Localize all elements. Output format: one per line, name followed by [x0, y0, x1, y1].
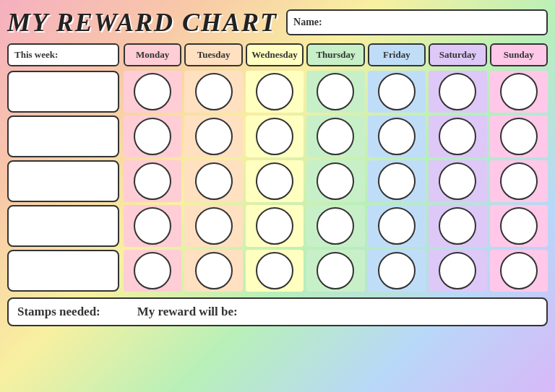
task-box-2[interactable]	[7, 116, 119, 157]
circle	[378, 252, 416, 289]
circle	[439, 118, 476, 155]
day-tuesday: Tuesday	[184, 43, 242, 66]
circle	[134, 118, 171, 155]
circle-cell	[429, 205, 486, 247]
circle-cell	[246, 116, 304, 157]
circles-row-5	[124, 250, 548, 292]
circle-cell	[184, 205, 242, 247]
circle	[378, 118, 416, 155]
circle	[500, 162, 538, 200]
circle	[195, 73, 233, 110]
circle-cell	[429, 160, 486, 202]
circle-cell	[490, 71, 548, 113]
circle-cell	[490, 160, 548, 202]
circle-cell	[124, 160, 181, 202]
day-saturday: Saturday	[429, 43, 486, 66]
circle	[500, 118, 538, 155]
circle-cell	[246, 250, 304, 292]
circle-cell	[306, 250, 364, 292]
circle-cell	[184, 71, 242, 113]
circle	[134, 252, 171, 289]
task-box-1[interactable]	[7, 71, 119, 113]
circle-cell	[490, 250, 548, 292]
bottom-box[interactable]: Stamps needed: My reward will be:	[7, 297, 548, 326]
circle	[134, 73, 171, 110]
circle	[378, 207, 416, 245]
circle-cell	[429, 71, 486, 113]
circle-cell	[490, 116, 548, 157]
circle	[256, 207, 293, 245]
day-thursday: Thursday	[306, 43, 364, 66]
circle-cell	[368, 160, 426, 202]
circles-row-3	[124, 160, 548, 202]
name-label: Name:	[293, 17, 322, 28]
circle-cell	[124, 116, 181, 157]
circle-cell	[306, 205, 364, 247]
circle	[134, 207, 171, 245]
circle	[195, 162, 233, 200]
circle	[439, 162, 476, 200]
grid-row-5	[7, 250, 548, 292]
circle-cell	[429, 250, 486, 292]
circle-cell	[368, 250, 426, 292]
grid-row-4	[7, 205, 548, 247]
circle	[500, 252, 538, 289]
circle	[439, 207, 476, 245]
day-monday: Monday	[124, 43, 181, 66]
circle-cell	[184, 160, 242, 202]
chart-title: MY REWARD CHART	[7, 7, 278, 38]
circle-cell	[184, 250, 242, 292]
circle	[256, 118, 293, 155]
circle	[195, 118, 233, 155]
circle	[439, 252, 476, 289]
circle-cell	[246, 160, 304, 202]
circle-cell	[246, 71, 304, 113]
grid-row-3	[7, 160, 548, 202]
task-box-3[interactable]	[7, 160, 119, 202]
grid-row-2	[7, 116, 548, 157]
circle-cell	[184, 116, 242, 157]
circle	[317, 252, 354, 289]
reward-label: My reward will be:	[137, 305, 238, 319]
header-row: This week: Monday Tuesday Wednesday Thur…	[7, 43, 548, 66]
circle	[317, 207, 354, 245]
circle	[500, 73, 538, 110]
this-week-box[interactable]: This week:	[7, 43, 119, 66]
chart-container: MY REWARD CHART Name: This week: Monday …	[0, 0, 555, 392]
task-box-5[interactable]	[7, 250, 119, 292]
circles-row-2	[124, 116, 548, 157]
circle-cell	[429, 116, 486, 157]
circle-cell	[124, 71, 181, 113]
circle-cell	[306, 71, 364, 113]
name-box[interactable]: Name:	[286, 9, 548, 35]
circle	[317, 162, 354, 200]
days-header: Monday Tuesday Wednesday Thursday Friday…	[124, 43, 548, 66]
day-wednesday: Wednesday	[246, 43, 304, 66]
day-sunday: Sunday	[490, 43, 548, 66]
circle-cell	[368, 116, 426, 157]
grid-area	[7, 71, 548, 292]
circle-cell	[246, 205, 304, 247]
circle	[134, 162, 171, 200]
circle	[439, 73, 476, 110]
circle	[256, 73, 293, 110]
day-friday: Friday	[368, 43, 426, 66]
circle	[195, 207, 233, 245]
title-row: MY REWARD CHART Name:	[7, 7, 548, 38]
circles-row-1	[124, 71, 548, 113]
circle	[256, 252, 293, 289]
circle-cell	[124, 250, 181, 292]
circle-cell	[368, 71, 426, 113]
circle	[256, 162, 293, 200]
circles-row-4	[124, 205, 548, 247]
circle	[195, 252, 233, 289]
circle	[317, 73, 354, 110]
circle-cell	[306, 116, 364, 157]
circle-cell	[368, 205, 426, 247]
grid-row-1	[7, 71, 548, 113]
circle	[500, 207, 538, 245]
circle-cell	[124, 205, 181, 247]
task-box-4[interactable]	[7, 205, 119, 247]
circle	[378, 73, 416, 110]
stamps-label: Stamps needed:	[17, 305, 100, 319]
